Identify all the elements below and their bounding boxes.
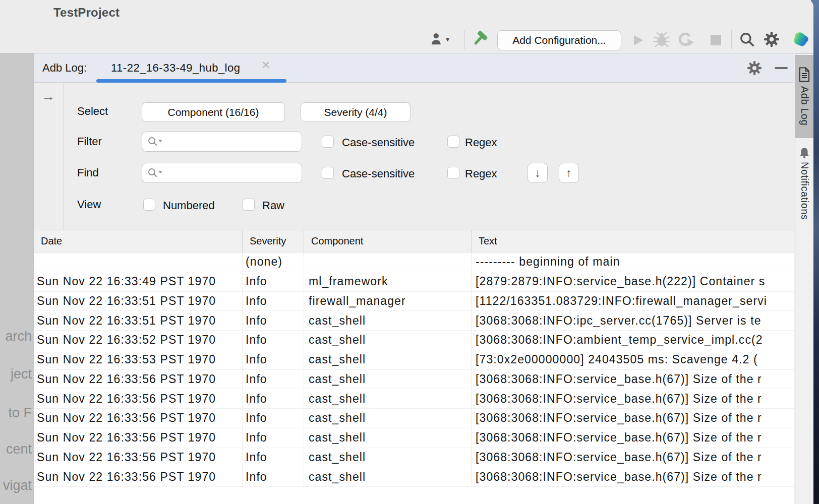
find-regex-label: Regex [465, 167, 497, 180]
column-header-severity[interactable]: Severity [242, 230, 304, 252]
table-row[interactable]: Sun Nov 22 16:33:56 PST 1970 Info cast_s… [34, 448, 794, 468]
debug-icon [654, 31, 670, 47]
filter-regex-label: Regex [465, 136, 497, 149]
find-next-button: ↓ [528, 163, 548, 183]
filter-input[interactable] [142, 132, 302, 152]
tool-window-dock: Adb Log Notifications [795, 53, 813, 504]
find-regex-checkbox[interactable] [447, 167, 459, 179]
arrow-up-icon[interactable]: ↑ [566, 166, 572, 180]
find-input[interactable] [142, 163, 302, 183]
numbered-label: Numbered [163, 199, 215, 212]
filter-case-sensitive-checkbox[interactable] [322, 136, 334, 148]
user-icon[interactable] [430, 32, 443, 45]
background-window-strip: arch ject to F cent vigat [0, 53, 33, 504]
project-title: TestProject [53, 6, 120, 20]
titlebar: TestProject ▾ Add Configuration... [0, 0, 813, 53]
toolbar-divider [731, 30, 732, 49]
background-text-fragment: vigat [3, 478, 32, 493]
dock-tab-adb-log[interactable]: Adb Log [795, 55, 813, 138]
close-icon[interactable]: × [262, 58, 270, 72]
find-case-sensitive-checkbox[interactable] [322, 167, 334, 179]
table-row[interactable]: Sun Nov 22 16:33:51 PST 1970 Info cast_s… [34, 311, 794, 331]
dock-tab-notifications-label: Notifications [799, 162, 810, 220]
find-case-sensitive-label: Case-sensitive [342, 167, 415, 180]
raw-checkbox[interactable] [243, 199, 255, 211]
column-header-date[interactable]: Date [34, 230, 242, 252]
panel-gutter: → [34, 83, 64, 230]
ide-sphere-icon[interactable] [792, 30, 810, 48]
add-configuration-button[interactable]: Add Configuration... [497, 30, 621, 50]
table-row[interactable]: Sun Nov 22 16:33:52 PST 1970 Info cast_s… [34, 331, 794, 350]
filter-area: → Select Component (16/16) Severity (4/4… [34, 83, 794, 230]
component-filter-button[interactable]: Component (16/16) [142, 102, 285, 122]
find-previous-button: ↑ [559, 163, 579, 183]
severity-filter-button[interactable]: Severity (4/4) [301, 102, 411, 122]
select-label: Select [77, 105, 108, 118]
find-label: Find [77, 166, 99, 179]
log-table-header: Date Severity Component Text [34, 230, 794, 253]
table-row[interactable]: (none) --------- beginning of main [34, 253, 794, 272]
panel-header: Adb Log: 11-22_16-33-49_hub_log × [34, 53, 794, 83]
log-table-body: (none) --------- beginning of main Sun N… [34, 253, 794, 504]
dock-tab-adb-log-label: Adb Log [799, 86, 810, 125]
search-magnifier-icon[interactable] [148, 168, 165, 178]
log-document-icon [798, 67, 810, 82]
build-hammer-icon[interactable] [472, 30, 490, 49]
minimize-icon[interactable] [775, 67, 788, 69]
bell-icon [798, 147, 810, 159]
background-text-fragment: to F [8, 405, 32, 421]
stop-icon [711, 35, 721, 45]
table-row[interactable]: Sun Nov 22 16:33:51 PST 1970 Info firewa… [34, 292, 794, 311]
column-header-component[interactable]: Component [304, 230, 471, 252]
background-text-fragment: cent [6, 442, 32, 457]
table-row[interactable]: Sun Nov 22 16:33:53 PST 1970 Info cast_s… [34, 350, 794, 370]
filter-case-sensitive-label: Case-sensitive [342, 136, 415, 149]
settings-gear-icon[interactable] [764, 32, 779, 47]
column-header-text[interactable]: Text [471, 230, 794, 252]
ide-window: TestProject ▾ Add Configuration... [0, 0, 813, 504]
table-row[interactable]: Sun Nov 22 16:33:56 PST 1970 Info cast_s… [34, 370, 794, 390]
background-text-fragment: ject [11, 366, 32, 382]
arrow-down-icon[interactable]: ↓ [535, 166, 541, 180]
panel-settings-gear-icon[interactable] [747, 61, 762, 75]
table-row[interactable]: Sun Nov 22 16:33:56 PST 1970 Info cast_s… [34, 389, 794, 409]
run-icon [631, 34, 645, 47]
numbered-checkbox[interactable] [143, 199, 155, 211]
table-row[interactable]: Sun Nov 22 16:33:56 PST 1970 Info cast_s… [34, 428, 794, 448]
filter-regex-checkbox[interactable] [447, 136, 459, 148]
panel-title: Adb Log: [42, 61, 87, 75]
active-tab-underline [96, 79, 286, 83]
table-row[interactable]: Sun Nov 22 16:33:56 PST 1970 Info cast_s… [34, 409, 794, 428]
chevron-down-icon[interactable]: ▾ [446, 35, 449, 43]
search-icon[interactable] [739, 31, 755, 47]
filter-label: Filter [77, 135, 102, 148]
collapse-arrow-icon[interactable]: → [41, 89, 55, 104]
toolbar-divider [464, 30, 465, 49]
table-row[interactable]: Sun Nov 22 16:33:49 PST 1970 Info ml_fra… [34, 272, 794, 292]
background-text-fragment: arch [5, 329, 32, 344]
adb-log-panel: Adb Log: 11-22_16-33-49_hub_log × → [33, 53, 794, 504]
table-row[interactable]: Sun Nov 22 16:33:56 PST 1970 Info cast_s… [34, 467, 794, 487]
view-label: View [77, 198, 101, 211]
raw-label: Raw [262, 199, 284, 212]
profile-icon [678, 31, 695, 47]
search-magnifier-icon[interactable] [148, 137, 165, 147]
log-file-tab[interactable]: 11-22_16-33-49_hub_log [111, 61, 240, 75]
